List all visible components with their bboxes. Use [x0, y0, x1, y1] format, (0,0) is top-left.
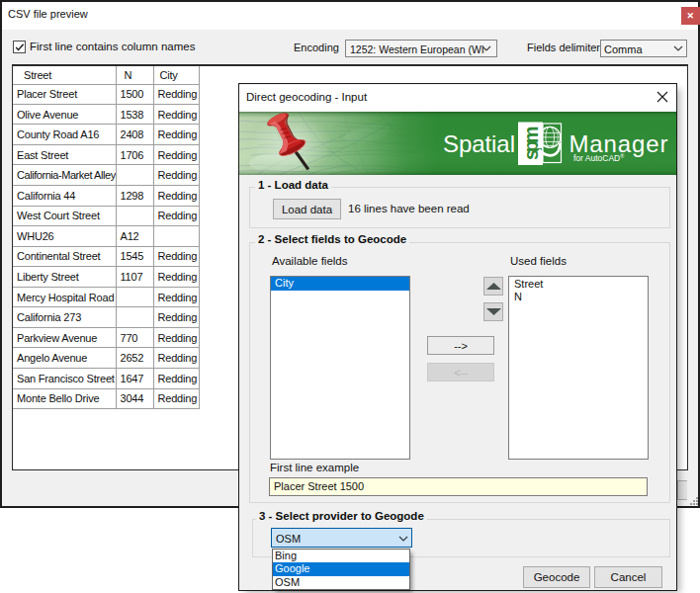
svg-text:spm: spm	[520, 127, 542, 161]
svg-text:Spatial: Spatial	[443, 130, 515, 157]
svg-text:for AutoCAD®: for AutoCAD®	[573, 153, 624, 163]
